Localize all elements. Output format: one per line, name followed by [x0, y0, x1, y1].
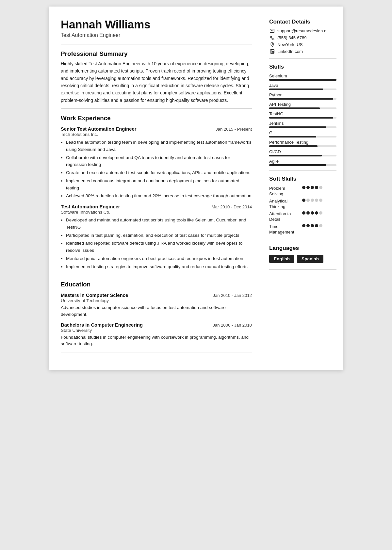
svg-point-4 [271, 50, 271, 51]
job-2-bullets: Developed and maintained automated test … [61, 217, 252, 270]
list-item: Mentored junior automation engineers on … [66, 255, 252, 262]
contact-location-value: NewYork, US [277, 42, 302, 47]
job-2-date: Mar 2010 - Dec 2014 [212, 204, 252, 209]
contact-email: support@resumedesign.ai [269, 28, 336, 33]
soft-skill-problem-solving: Problem Solving [269, 186, 336, 197]
skill-java: Java [269, 83, 336, 90]
right-column: Contact Details support@resumedesign.ai … [262, 7, 343, 370]
dot [306, 186, 310, 189]
skill-performance-testing: Performance Testing [269, 140, 336, 147]
job-1-title: Senior Test Automation Engineer [61, 126, 136, 132]
right-divider-3 [269, 240, 336, 240]
dot [302, 199, 305, 202]
contact-location: NewYork, US [269, 42, 336, 47]
job-1-company: Tech Solutions Inc. [61, 132, 252, 137]
edu-2-desc: Foundational studies in computer enginee… [61, 334, 252, 348]
skill-selenium: Selenium [269, 73, 336, 81]
edu-1-school: University of Technology [61, 298, 252, 303]
work-heading: Work Experience [61, 115, 252, 122]
right-divider-1 [269, 58, 336, 59]
dot [311, 224, 314, 227]
left-column: Hannah Williams Test Automation Engineer… [49, 7, 262, 370]
resume-container: Hannah Williams Test Automation Engineer… [49, 7, 343, 370]
skills-heading: Skills [269, 63, 336, 70]
skill-python: Python [269, 92, 336, 100]
dot [306, 211, 310, 215]
dot [315, 199, 318, 202]
list-item: Participated in test planning, estimatio… [66, 232, 252, 239]
job-2: Test Automation Engineer Mar 2010 - Dec … [61, 204, 252, 270]
job-2-company: Software Innovations Co. [61, 210, 252, 215]
dot [315, 211, 318, 215]
job-1-bullets: Lead the automation testing team in deve… [61, 139, 252, 200]
dot [302, 186, 305, 189]
person-name: Hannah Williams [61, 18, 252, 31]
edu-1-desc: Advanced studies in computer science wit… [61, 304, 252, 318]
linkedin-icon [269, 49, 275, 54]
job-2-title: Test Automation Engineer [61, 204, 120, 209]
dot [311, 186, 314, 189]
dot [319, 211, 322, 215]
language-english: English [269, 255, 294, 263]
soft-skill-attention: Attention to Detail [269, 211, 336, 222]
divider-work [61, 275, 252, 275]
dot [311, 211, 314, 215]
soft-skills-section: Soft Skills Problem Solving Analytical T… [269, 175, 336, 235]
dot [315, 224, 318, 227]
education-heading: Education [61, 281, 252, 288]
contact-linkedin-value: LinkedIn.com [277, 49, 303, 54]
phone-icon [269, 36, 275, 40]
edu-1: Masters in Computer Science Jan 2010 - J… [61, 293, 252, 318]
dot [302, 224, 305, 227]
divider-summary [61, 108, 252, 109]
person-title: Test Automation Engineer [61, 32, 252, 38]
soft-skills-heading: Soft Skills [269, 175, 336, 182]
skill-cicd: CI/CD [269, 149, 336, 156]
svg-point-1 [272, 43, 273, 44]
divider-edu [61, 352, 252, 352]
summary-heading: Professional Summary [61, 50, 252, 57]
education-section: Education Masters in Computer Science Ja… [61, 281, 252, 348]
work-section: Work Experience Senior Test Automation E… [61, 115, 252, 270]
skills-section: Skills Selenium Java Python API Testing … [269, 63, 336, 166]
dot [319, 224, 322, 227]
list-item: Identified and reported software defects… [66, 240, 252, 254]
dot [319, 199, 322, 202]
dot [306, 224, 310, 227]
email-icon [269, 29, 275, 33]
language-spanish: Spanish [297, 255, 323, 263]
contact-phone-value: (555) 345-6789 [277, 35, 307, 40]
list-item: Developed and maintained automated test … [66, 217, 252, 231]
soft-skill-analytical: Analytical Thinking [269, 198, 336, 209]
soft-skill-time: Time Management [269, 224, 336, 235]
contact-phone: (555) 345-6789 [269, 35, 336, 40]
dot [311, 199, 314, 202]
list-item: Create and execute automated test script… [66, 169, 252, 176]
summary-section: Professional Summary Highly skilled Test… [61, 50, 252, 104]
edu-2: Bachelors in Computer Engineering Jan 20… [61, 322, 252, 348]
dot [319, 186, 322, 189]
svg-rect-3 [271, 51, 271, 53]
skill-agile: Agile [269, 159, 336, 166]
list-item: Implemented continuous integration and c… [66, 177, 252, 192]
dot [306, 199, 310, 202]
job-1: Senior Test Automation Engineer Jan 2015… [61, 126, 252, 200]
list-item: Lead the automation testing team in deve… [66, 139, 252, 153]
edu-2-degree: Bachelors in Computer Engineering [61, 322, 143, 328]
summary-text: Highly skilled Test Automation Engineer … [61, 60, 252, 104]
edu-2-school: State University [61, 328, 252, 333]
dot [302, 211, 305, 215]
edu-2-date: Jan 2006 - Jan 2010 [213, 323, 252, 328]
contact-linkedin: LinkedIn.com [269, 49, 336, 54]
edu-1-degree: Masters in Computer Science [61, 293, 128, 298]
edu-1-date: Jan 2010 - Jan 2012 [213, 293, 252, 298]
skill-git: Git [269, 130, 336, 138]
skill-jenkins: Jenkins [269, 121, 336, 128]
skill-api-testing: API Testing [269, 102, 336, 109]
job-1-date: Jan 2015 - Present [216, 127, 252, 132]
language-tags: English Spanish [269, 255, 336, 263]
location-icon [269, 42, 275, 47]
dot [315, 186, 318, 189]
list-item: Implemented testing strategies to improv… [66, 263, 252, 270]
languages-heading: Languages [269, 245, 336, 251]
